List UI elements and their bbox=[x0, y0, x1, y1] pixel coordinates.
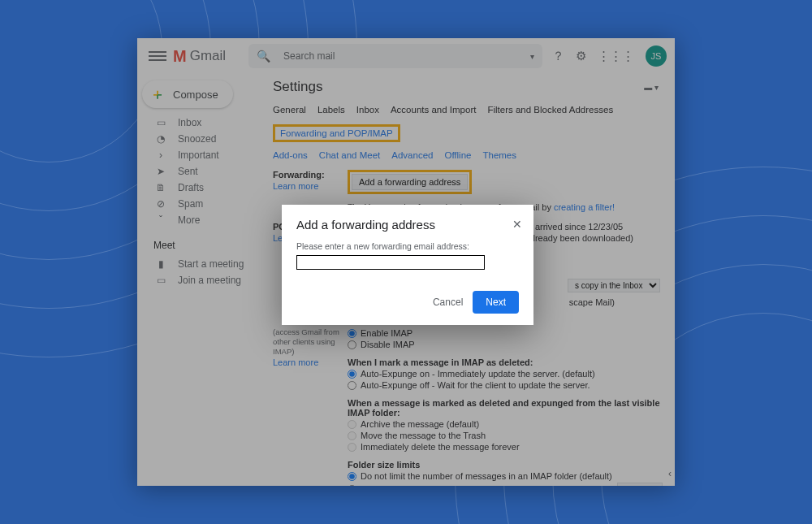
settings-title: Settings bbox=[273, 79, 322, 95]
tab-themes[interactable]: Themes bbox=[482, 150, 516, 160]
modal-title: Add a forwarding address bbox=[296, 218, 519, 232]
imap-auto-expunge-on-radio[interactable]: Auto-Expunge on - Immediately update the… bbox=[348, 369, 663, 379]
add-forwarding-highlight: Add a forwarding address bbox=[348, 170, 472, 194]
imap-label-note: (access Gmail from other clients using I… bbox=[273, 327, 339, 356]
density-select[interactable]: ▬ ▾ bbox=[644, 83, 659, 92]
forwarding-learn-more-link[interactable]: Learn more bbox=[273, 181, 348, 191]
tab-accounts[interactable]: Accounts and Import bbox=[391, 105, 476, 115]
folder-size-heading: Folder size limits bbox=[348, 460, 663, 470]
tab-general[interactable]: General bbox=[273, 105, 306, 115]
sidebar-item-start-meeting[interactable]: ▮Start a meeting bbox=[137, 256, 271, 272]
account-avatar[interactable]: JS bbox=[646, 45, 667, 67]
imap-delete-radio[interactable]: Immediately delete the message forever bbox=[348, 442, 663, 452]
gmail-m-icon: M bbox=[173, 47, 187, 66]
compose-button[interactable]: ＋ Compose bbox=[142, 80, 233, 108]
sidebar-item-inbox[interactable]: ▭Inbox bbox=[137, 115, 271, 131]
sent-icon: ➤ bbox=[155, 166, 166, 177]
search-options-icon[interactable]: ▾ bbox=[530, 52, 534, 61]
folder-limit-select[interactable]: 1,000 bbox=[617, 483, 663, 486]
plus-icon: ＋ bbox=[150, 87, 165, 102]
pop-keep-copy-select[interactable]: s copy in the Inbox bbox=[568, 279, 660, 292]
imap-learn-more-link[interactable]: Learn more bbox=[273, 357, 348, 367]
compose-label: Compose bbox=[173, 89, 218, 101]
search-icon: 🔍 bbox=[257, 50, 270, 63]
sidebar-item-spam[interactable]: ⊘Spam bbox=[137, 196, 271, 212]
imap-section: (access Gmail from other clients using I… bbox=[273, 327, 663, 486]
tab-forwarding-pop-imap[interactable]: Forwarding and POP/IMAP bbox=[273, 124, 400, 142]
tab-offline[interactable]: Offline bbox=[444, 150, 471, 160]
imap-deleted-heading: When I mark a message in IMAP as deleted… bbox=[348, 357, 663, 367]
sidebar-item-snoozed[interactable]: ◔Snoozed bbox=[137, 131, 271, 147]
creating-filter-link[interactable]: creating a filter! bbox=[554, 202, 615, 212]
add-forwarding-address-button[interactable]: Add a forwarding address bbox=[352, 174, 468, 190]
page-background: M Gmail 🔍 Search mail ▾ ？ ⚙ ⋮⋮⋮ JS ＋ Com… bbox=[0, 0, 812, 524]
inbox-icon: ▭ bbox=[155, 117, 166, 128]
forwarding-label: Forwarding: bbox=[273, 170, 325, 180]
next-button[interactable]: Next bbox=[473, 291, 519, 314]
settings-tabs-row1: General Labels Inbox Accounts and Import… bbox=[273, 105, 663, 144]
main-menu-icon[interactable] bbox=[149, 47, 166, 65]
forwarding-email-input[interactable] bbox=[296, 255, 485, 270]
sidebar: ＋ Compose ▭Inbox ◔Snoozed ›Important ➤Se… bbox=[137, 74, 271, 486]
tab-labels[interactable]: Labels bbox=[317, 105, 345, 115]
snoozed-icon: ◔ bbox=[155, 133, 166, 145]
scroll-below-indicator-icon[interactable]: ‹ bbox=[668, 468, 672, 479]
folder-nolimit-radio[interactable]: Do not limit the number of messages in a… bbox=[348, 471, 663, 481]
imap-trash-radio[interactable]: Move the message to the Trash bbox=[348, 431, 663, 440]
imap-disable-radio[interactable]: Disable IMAP bbox=[348, 340, 663, 349]
imap-archive-radio[interactable]: Archive the message (default) bbox=[348, 419, 663, 429]
close-icon[interactable]: ✕ bbox=[512, 218, 522, 231]
meet-heading: Meet bbox=[137, 228, 271, 256]
drafts-icon: 🗎 bbox=[155, 182, 166, 193]
sidebar-item-more[interactable]: ˇMore bbox=[137, 212, 271, 228]
tab-inbox[interactable]: Inbox bbox=[356, 105, 379, 115]
keyboard-icon: ▭ bbox=[155, 275, 166, 286]
video-icon: ▮ bbox=[155, 258, 166, 270]
chevron-down-icon: ˇ bbox=[155, 214, 166, 226]
topbar: M Gmail 🔍 Search mail ▾ ？ ⚙ ⋮⋮⋮ JS bbox=[137, 38, 675, 74]
imap-auto-expunge-off-radio[interactable]: Auto-Expunge off - Wait for the client t… bbox=[348, 380, 663, 390]
sidebar-item-drafts[interactable]: 🗎Drafts bbox=[137, 180, 271, 196]
tab-chat-meet[interactable]: Chat and Meet bbox=[319, 150, 380, 160]
tab-addons[interactable]: Add-ons bbox=[273, 150, 308, 160]
sidebar-item-join-meeting[interactable]: ▭Join a meeting bbox=[137, 272, 271, 288]
folder-limit-radio[interactable]: Limit IMAP folders to contain no more th… bbox=[348, 483, 663, 486]
tab-filters[interactable]: Filters and Blocked Addresses bbox=[487, 105, 613, 115]
imap-expunged-heading: When a message is marked as deleted and … bbox=[348, 398, 663, 418]
gmail-logo-text: Gmail bbox=[190, 48, 226, 64]
settings-tabs-row2: Add-ons Chat and Meet Advanced Offline T… bbox=[273, 150, 663, 160]
important-icon: › bbox=[155, 149, 166, 161]
sidebar-item-sent[interactable]: ➤Sent bbox=[137, 163, 271, 180]
apps-grid-icon[interactable]: ⋮⋮⋮ bbox=[598, 49, 634, 63]
sidebar-item-important[interactable]: ›Important bbox=[137, 147, 271, 163]
tab-advanced[interactable]: Advanced bbox=[391, 150, 433, 160]
imap-enable-radio[interactable]: Enable IMAP bbox=[348, 328, 663, 338]
spam-icon: ⊘ bbox=[155, 198, 166, 210]
modal-subtitle: Please enter a new forwarding email addr… bbox=[296, 241, 519, 251]
search-input[interactable]: 🔍 Search mail ▾ bbox=[248, 44, 542, 68]
support-icon[interactable]: ？ bbox=[552, 49, 564, 64]
add-forwarding-modal: ✕ Add a forwarding address Please enter … bbox=[282, 205, 533, 325]
search-placeholder: Search mail bbox=[283, 50, 530, 62]
gmail-logo[interactable]: M Gmail bbox=[173, 47, 226, 66]
cancel-button[interactable]: Cancel bbox=[433, 297, 463, 308]
settings-gear-icon[interactable]: ⚙ bbox=[576, 49, 586, 63]
